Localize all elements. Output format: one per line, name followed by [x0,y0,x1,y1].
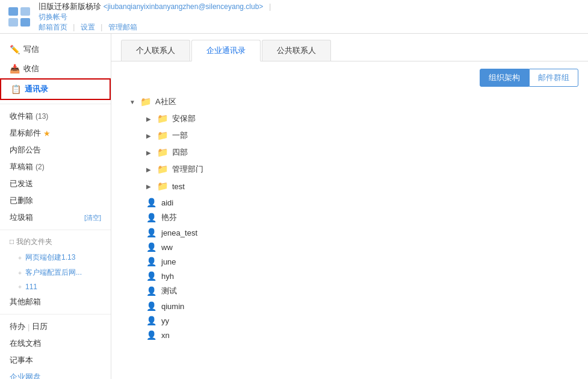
sidebar-divider-2 [0,230,111,230]
person-name-8: yy [161,316,169,325]
compose-icon: ✏️ [10,45,20,54]
tree-row-security[interactable]: ▶ 📁 安保部 [143,111,578,127]
tree-row-root[interactable]: ▼ 📁 A社区 [126,94,578,110]
header: 旧版迁移新版杨珍 <jiubanqianyixinbanyangzhen@sil… [0,0,588,34]
trash-label: 垃圾箱 [10,212,33,223]
tree-node-management: ▶ 📁 管理部门 [143,161,578,177]
tree-label-dept4: 四部 [172,147,188,158]
nav-manage-mailbox[interactable]: 管理邮箱 [108,23,137,31]
tree-row-dept1[interactable]: ▶ 📁 一部 [143,128,578,143]
sidebar-item-contacts[interactable]: 📋 通讯录 [0,78,111,100]
tree-node-dept1: ▶ 📁 一部 [143,128,578,143]
person-name-1: 艳芬 [161,212,177,223]
person-icon-2: 👤 [146,228,156,237]
svg-rect-3 [20,18,30,27]
inbox-label: 收件箱 [10,111,33,122]
sidebar-item-pending[interactable]: 待办 | 日历 [0,318,111,335]
sidebar: ✏️ 写信 📥 收信 📋 通讯录 收件箱 (13) 星标邮件 ★ [0,34,111,379]
tree-row-dept4[interactable]: ▶ 📁 四部 [143,145,578,160]
notes-label: 记事本 [10,355,33,366]
layout: ✏️ 写信 📥 收信 📋 通讯录 收件箱 (13) 星标邮件 ★ [0,34,588,379]
folder-icon-dept4: 📁 [157,147,169,158]
person-name-2: jenea_test [161,228,197,237]
person-row-5[interactable]: 👤 hyh [143,269,578,283]
sidebar-item-notes[interactable]: 记事本 [0,352,111,369]
tree-label-root: A社区 [155,96,176,107]
person-name-4: june [161,257,176,266]
sidebar-item-starred[interactable]: 星标邮件 ★ [0,125,111,142]
switch-account-btn[interactable]: 切换帐号 [39,12,581,22]
person-row-0[interactable]: 👤 aidi [143,195,578,210]
sidebar-item-sent[interactable]: 已发送 [0,175,111,192]
sidebar-item-inbox[interactable]: 收件箱 (13) [0,108,111,125]
tree-node-root: ▼ 📁 A社区 ▶ 📁 安保部 [126,94,578,342]
tree-node-test: ▶ 📁 test [143,178,578,194]
toggle-mail-group-btn[interactable]: 邮件群组 [529,69,578,87]
folder-item-label-1: 网页端创建1.13 [25,252,75,263]
sidebar-item-deleted[interactable]: 已删除 [0,192,111,209]
person-name-6: 测试 [161,286,177,296]
tree-row-test[interactable]: ▶ 📁 test [143,178,578,194]
tree-children-root: ▶ 📁 安保部 ▶ 📁 一部 [126,111,578,342]
tree-label-security: 安保部 [172,113,196,124]
star-icon: ★ [43,129,51,138]
folder-icon-security: 📁 [157,113,169,124]
other-mailbox-label: 其他邮箱 [10,296,41,307]
receive-icon: 📥 [10,64,20,74]
person-row-8[interactable]: 👤 yy [143,313,578,328]
sidebar-folder-item-2[interactable]: ＋ 客户端配置后网... [0,265,111,280]
person-row-4[interactable]: 👤 june [143,254,578,269]
person-row-3[interactable]: 👤 ww [143,240,578,254]
sidebar-item-enterprise-disk[interactable]: 企业网盘 [0,369,111,379]
person-icon-8: 👤 [146,316,156,325]
trash-clear-btn[interactable]: [清空] [84,213,101,222]
person-row-6[interactable]: 👤 测试 [143,283,578,299]
tab-public-contacts[interactable]: 公共联系人 [262,40,331,61]
person-name-9: xn [161,331,170,340]
contacts-label: 通讯录 [25,84,48,95]
docs-label: 在线文档 [10,338,41,349]
sidebar-item-draft[interactable]: 草稿箱 (2) [0,158,111,175]
notice-label: 内部公告 [10,145,41,155]
person-icon-3: 👤 [146,242,156,252]
draft-label: 草稿箱 [10,161,33,172]
tab-personal-contacts[interactable]: 个人联系人 [121,40,190,61]
sidebar-divider-3 [0,314,111,315]
receive-label: 收信 [23,63,39,74]
person-row-9[interactable]: 👤 xn [143,328,578,342]
draft-count: (2) [36,163,45,171]
sidebar-item-compose[interactable]: ✏️ 写信 [0,40,111,59]
person-row-2[interactable]: 👤 jenea_test [143,225,578,240]
tree-toggle-security: ▶ [146,116,153,122]
sidebar-item-other-mailbox[interactable]: 其他邮箱 [0,293,111,310]
content-area: 组织架构 邮件群组 ▼ 📁 A社区 ▶ [111,61,588,351]
header-title: 旧版迁移新版杨珍 <jiubanqianyixinbanyangzhen@sil… [39,1,581,22]
person-row-1[interactable]: 👤 艳芬 [143,210,578,225]
tree-toggle-test: ▶ [146,183,153,190]
expand-icon-3: ＋ [17,283,23,291]
toggle-org-structure-btn[interactable]: 组织架构 [480,69,529,87]
person-icon-7: 👤 [146,301,156,311]
tree-label-dept1: 一部 [172,130,188,141]
sidebar-item-receive[interactable]: 📥 收信 [0,59,111,78]
header-separator: | [269,2,271,11]
sidebar-folder-item-1[interactable]: ＋ 网页端创建1.13 [0,250,111,265]
tree-row-management[interactable]: ▶ 📁 管理部门 [143,161,578,177]
sidebar-item-notice[interactable]: 内部公告 [0,142,111,158]
sidebar-item-trash[interactable]: 垃圾箱 [清空] [0,209,111,226]
sent-label: 已发送 [10,178,33,189]
sidebar-item-docs[interactable]: 在线文档 [0,335,111,352]
sidebar-folder-item-3[interactable]: ＋ 111 [0,280,111,293]
sidebar-my-folders[interactable]: □ 我的文件夹 [0,234,111,250]
tree-label-management: 管理部门 [172,164,203,175]
tab-enterprise-contacts[interactable]: 企业通讯录 [191,40,261,61]
folder-item-label-2: 客户端配置后网... [25,268,82,278]
person-name-0: aidi [161,198,173,207]
person-row-7[interactable]: 👤 qiumin [143,299,578,313]
person-icon-5: 👤 [146,271,156,281]
nav-settings[interactable]: 设置 [81,23,95,31]
deleted-label: 已删除 [10,195,33,206]
tree-label-test: test [172,182,185,191]
nav-mailbox[interactable]: 邮箱首页 [39,23,67,31]
enterprise-disk-label: 企业网盘 [10,372,41,379]
